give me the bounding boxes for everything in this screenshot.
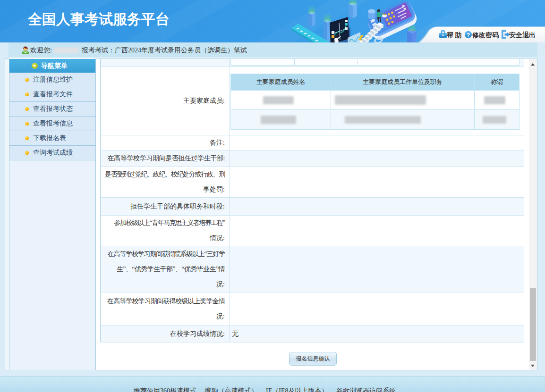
svg-text:?: ?: [467, 32, 470, 39]
